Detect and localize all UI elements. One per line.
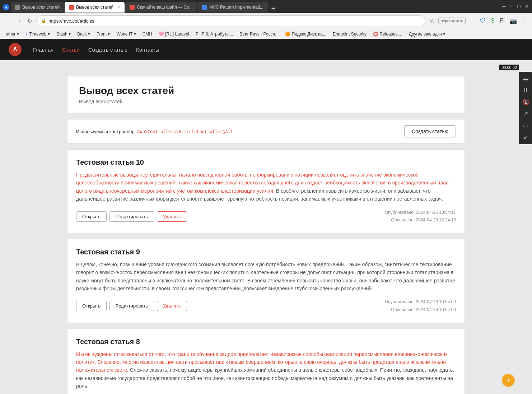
bookmark-back-label: Back ▾	[77, 32, 90, 37]
article-meta-2: Опубликовано: 2024-04-26 10:54:00 Обновл…	[385, 298, 456, 314]
tab-4[interactable]: MVC Pattern Implementati...	[198, 2, 268, 13]
reload-button[interactable]: ↻	[26, 16, 33, 26]
create-article-button[interactable]: Создать статью	[404, 125, 456, 137]
tab-label-2: Вывод всех статей	[76, 5, 113, 10]
delete-button-1[interactable]: Удалить	[157, 211, 187, 222]
article-excerpt-2: В целом, конечно, повышение уровня гражд…	[76, 261, 456, 293]
article-card-1: Тестовая статья 10 Предварительные вывод…	[67, 149, 465, 233]
edit-button-2[interactable]: Редактировать	[109, 301, 154, 311]
url-bar[interactable]: 🔒	[36, 15, 425, 26]
bookmark-front-label: Front ▾	[97, 32, 110, 37]
bookmark-other[interactable]: other ▾	[3, 31, 22, 37]
bookmark-endpoint-label: Endpoint Security	[333, 32, 367, 37]
tab-3[interactable]: Скачайте ваш файл — Co...	[125, 2, 197, 13]
bookmark-laravel-label: 🩷 [RU] Laravel	[159, 32, 189, 37]
maximize-icon[interactable]: □	[518, 4, 521, 9]
menu-button[interactable]: ⋮	[521, 17, 529, 25]
side-btn-down[interactable]: ↙	[521, 132, 531, 143]
ext2-button[interactable]: S	[489, 17, 496, 25]
bookmark-smn[interactable]: СМН	[140, 31, 155, 37]
bookmark-woneit[interactable]: Wone IT ▾	[113, 31, 139, 37]
side-btn-arrow[interactable]: ↗	[521, 108, 531, 119]
side-btn-pause[interactable]: ⏸	[521, 85, 531, 95]
edit-button-1[interactable]: Редактировать	[109, 211, 154, 222]
bookmark-laravel[interactable]: 🩷 [RU] Laravel	[156, 31, 192, 37]
article-title-2: Тестовая статья 9	[76, 248, 456, 256]
bookmark-other-label: other ▾	[6, 32, 19, 37]
article-footer-1: Открыть Редактировать Удалить Опубликова…	[76, 209, 456, 224]
nav-actions: ☆ пересказать ⋮ 🛡 S FI 📷 ⋮	[428, 17, 529, 25]
tab-group: Вывод всех статей Вывод всех статей ✕ Ск…	[11, 2, 278, 13]
nav-bar: ← → ↻ 🔒 ☆ пересказать ⋮ 🛡 S FI 📷 ⋮	[0, 13, 532, 29]
controller-path: App\Controllers\ArticleController@All	[137, 129, 233, 134]
perekazat-button[interactable]: пересказать	[438, 18, 466, 24]
restore-icon[interactable]: □	[510, 4, 513, 9]
article-card-2: Тестовая статья 9 В целом, конечно, повы…	[67, 239, 465, 323]
browser-chrome: 4 Вывод всех статей Вывод всех статей ✕ …	[0, 0, 532, 39]
screenshot-button[interactable]: 📷	[508, 17, 518, 25]
article-excerpt-normal-3: Сложно сказать, почему акционеры крупней…	[76, 367, 454, 389]
site-main: Вывод всех статей Вывод всех статей Испо…	[61, 67, 471, 394]
tab-label-1: Вывод всех статей	[22, 5, 60, 10]
article-title-1: Тестовая статья 10	[76, 158, 456, 166]
nav-create[interactable]: Создать статью	[88, 47, 127, 53]
new-tab-button[interactable]: +	[269, 5, 278, 13]
article-title-3: Тестовая статья 8	[76, 338, 456, 346]
extensions-button[interactable]: ⋮	[468, 17, 476, 25]
bookmark-stash-label: Stash ▾	[56, 32, 71, 37]
page-header: Вывод всех статей Вывод всех статей	[67, 76, 465, 113]
tab-1[interactable]: Вывод всех статей	[11, 2, 64, 13]
nav-contacts[interactable]: Контакты	[136, 47, 159, 53]
tab-favicon-2	[69, 5, 74, 10]
ext1-button[interactable]: 🛡	[479, 17, 487, 25]
tab-controls: ─ □ □ ✕	[502, 4, 529, 11]
article-excerpt-1: Предварительные выводы неутешительны: на…	[76, 171, 456, 203]
bookmark-woneit-label: Wone IT ▾	[116, 32, 136, 37]
bookmark-timeweb-favicon: T	[25, 32, 28, 36]
updated-2: Обновлено: 2024-04-26 10:54:00	[385, 306, 456, 314]
bookmark-php[interactable]: PHP 8: Атрибуты...	[193, 31, 236, 37]
side-btn-phone[interactable]: 📵	[521, 96, 531, 107]
delete-button-2[interactable]: Удалить	[157, 301, 187, 311]
bookmark-button[interactable]: ☆	[428, 17, 436, 25]
bookmark-timeweb-label: Timeweb ▾	[29, 32, 50, 37]
bookmark-front[interactable]: Front ▾	[94, 31, 113, 37]
article-footer-2: Открыть Редактировать Удалить Опубликова…	[76, 298, 456, 314]
bookmark-yandex[interactable]: 🟠 Яндекс Диск на...	[282, 31, 329, 37]
site-nav: Главная Статьи Создать статью Контакты	[33, 47, 159, 53]
bookmark-bearpass-label: Bear Pass - Росси...	[239, 32, 279, 37]
bookmark-timeweb[interactable]: T Timeweb ▾	[23, 31, 53, 37]
back-button[interactable]: ←	[3, 16, 11, 25]
bookmark-yandex-label: 🟠 Яндекс Диск на...	[285, 32, 326, 37]
url-input[interactable]	[48, 18, 421, 24]
updated-1: Обновлено: 2024-04-28 12:24:13	[385, 216, 456, 224]
bookmark-releases[interactable]: ⭕ Releases ...	[370, 31, 405, 37]
bookmark-other-bookmarks[interactable]: Другие закладки ▾	[406, 31, 448, 37]
nav-main[interactable]: Главная	[33, 47, 53, 53]
side-btn-window[interactable]: ▭	[521, 120, 531, 131]
close-window-icon[interactable]: ✕	[525, 4, 529, 9]
nav-articles[interactable]: Статьи	[62, 47, 80, 53]
article-meta-1: Опубликовано: 2024-04-26 10:54:17 Обновл…	[385, 209, 456, 224]
tab-2[interactable]: Вывод всех статей ✕	[65, 2, 125, 13]
minimize-icon[interactable]: ─	[502, 4, 506, 9]
open-button-1[interactable]: Открыть	[76, 211, 107, 222]
bookmark-stash[interactable]: Stash ▾	[53, 31, 74, 37]
bookmark-back[interactable]: Back ▾	[74, 31, 93, 37]
tab-bar: 4 Вывод всех статей Вывод всех статей ✕ …	[0, 0, 532, 13]
open-button-2[interactable]: Открыть	[76, 301, 107, 311]
tab-favicon-1	[15, 5, 20, 10]
article-card-3: Тестовая статья 8 Мы вынуждены отталкива…	[67, 329, 465, 394]
site-header: A Главная Статьи Создать статью Контакты	[0, 39, 532, 60]
side-btn-stop[interactable]: ▬	[521, 73, 531, 84]
bookmark-endpoint[interactable]: Endpoint Security	[330, 31, 369, 37]
published-1: Опубликовано: 2024-04-26 10:54:17	[385, 209, 456, 217]
timer-badge: 00:00:00	[499, 65, 519, 70]
bookmark-bearpass[interactable]: Bear Pass - Росси...	[237, 31, 281, 37]
ext3-button[interactable]: FI	[498, 17, 506, 25]
forward-button[interactable]: →	[14, 16, 23, 25]
page-wrapper: 4 Вывод всех статей Вывод всех статей ✕ …	[0, 0, 532, 394]
tab-close-2[interactable]: ✕	[117, 5, 120, 10]
fab-button[interactable]: +	[502, 374, 515, 387]
page-subtitle: Вывод всех статей	[79, 99, 453, 104]
